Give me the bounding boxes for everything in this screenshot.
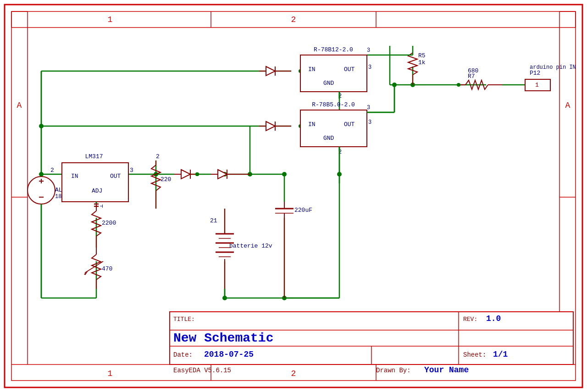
r470-label: 470	[102, 265, 112, 272]
lm317-out-num: 3	[130, 167, 133, 174]
r5-value: 1k	[418, 59, 426, 66]
r2200-label: 2200	[102, 220, 116, 226]
bottom-col-label-2: 2	[291, 369, 296, 378]
wire-label-2: 2	[156, 153, 160, 160]
lm317-name: LM317	[85, 153, 103, 160]
reg1-out-num-3: 3	[367, 47, 370, 54]
reg2-pin3: 3	[368, 119, 371, 126]
r5-label: R5	[418, 52, 426, 59]
row-label-a-left: A	[17, 101, 22, 110]
lm317-in-label: 2	[50, 167, 54, 174]
p12-pin: 1	[535, 82, 539, 88]
date-value: 2018-07-25	[204, 350, 254, 359]
svg-rect-77	[62, 163, 128, 202]
bottom-col-label-1: 1	[108, 369, 113, 378]
svg-point-60	[39, 124, 44, 128]
svg-point-65	[282, 172, 287, 177]
svg-point-140	[457, 83, 460, 87]
lm317-out-text: OUT	[110, 173, 121, 180]
sheet-value: 1/1	[493, 350, 508, 359]
adj-cap-label: ⊣	[100, 204, 103, 209]
batt-label: batterie 12v	[229, 243, 272, 249]
sheet-label: Sheet:	[463, 351, 486, 359]
reg2-out-num-3: 3	[367, 105, 370, 111]
reg1-in: IN	[308, 66, 316, 73]
lm317-in-text: IN	[71, 173, 78, 180]
lm317-adj-text: ADJ	[92, 188, 102, 194]
drawn-by-value: Your Name	[424, 365, 469, 375]
reg2-name: R-78B5.0-2.0	[312, 101, 355, 108]
svg-point-92	[195, 172, 199, 176]
reg2-gnd: GND	[323, 135, 334, 142]
schematic-title: New Schematic	[173, 331, 273, 345]
drawn-by-label: Drawn By:	[376, 367, 411, 374]
p12-label: arduino pin IN	[530, 64, 576, 71]
col-label-2: 2	[291, 15, 296, 24]
rev-label: REV:	[463, 316, 477, 323]
p12-name: P12	[530, 70, 540, 77]
r220-label: 220	[161, 176, 171, 183]
reg2-out: OUT	[344, 121, 355, 128]
reg1-pin3: 3	[368, 64, 371, 71]
batt-pin-label: 21	[210, 217, 217, 224]
rev-value: 1.0	[486, 314, 501, 323]
row-label-a-right: A	[565, 101, 570, 110]
cap-label: 220uF	[294, 207, 312, 214]
software-label: EasyEDA V5.6.15	[173, 367, 231, 374]
svg-point-66	[222, 296, 227, 300]
r7-value: 680	[468, 67, 478, 74]
reg1-name: R-78B12-2.0	[314, 46, 353, 53]
reg2-in: IN	[308, 121, 316, 128]
title-label: TITLE:	[173, 316, 195, 323]
reg1-gnd: GND	[323, 80, 334, 87]
date-label: Date:	[173, 351, 193, 359]
reg1-out: OUT	[344, 66, 355, 73]
col-label-1: 1	[108, 15, 113, 24]
schematic-view: 1 2 1 2 A A	[0, 0, 587, 392]
